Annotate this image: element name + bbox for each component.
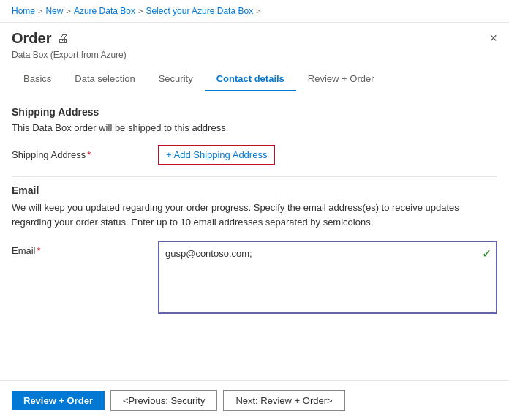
tab-security[interactable]: Security <box>147 67 205 91</box>
tab-review-order[interactable]: Review + Order <box>296 67 386 91</box>
close-icon[interactable]: × <box>489 31 497 46</box>
email-input-wrapper: gusp@contoso.com; ✓ <box>158 241 497 316</box>
page-header-left: Order 🖨 <box>12 30 69 47</box>
print-icon[interactable]: 🖨 <box>57 32 69 45</box>
tab-contact-details[interactable]: Contact details <box>205 67 296 91</box>
main-content: Shipping Address This Data Box order wil… <box>0 91 509 331</box>
email-input[interactable]: gusp@contoso.com; <box>158 241 497 314</box>
email-section-title: Email <box>12 184 497 196</box>
sep-4: > <box>256 7 260 15</box>
tab-data-selection[interactable]: Data selection <box>63 67 146 91</box>
page-title: Order <box>12 30 51 47</box>
page-header: Order 🖨 × <box>0 23 509 50</box>
breadcrumb-azure-data-box[interactable]: Azure Data Box <box>74 6 135 16</box>
add-shipping-address-button[interactable]: + Add Shipping Address <box>158 145 275 165</box>
previous-button[interactable]: <Previous: Security <box>110 390 217 411</box>
shipping-section-desc: This Data Box order will be shipped to t… <box>12 122 497 133</box>
shipping-label: Shipping Address* <box>12 145 158 160</box>
email-form-row: Email* gusp@contoso.com; ✓ <box>12 241 497 316</box>
email-section-desc: We will keep you updated regarding your … <box>12 200 497 229</box>
email-label: Email* <box>12 241 158 256</box>
breadcrumb-new[interactable]: New <box>45 6 63 16</box>
sep-1: > <box>38 7 42 15</box>
next-button[interactable]: Next: Review + Order> <box>223 390 344 411</box>
sep-2: > <box>66 7 70 15</box>
review-order-button[interactable]: Review + Order <box>12 391 105 410</box>
page-subtitle: Data Box (Export from Azure) <box>0 50 509 67</box>
breadcrumb-select-azure-data-box[interactable]: Select your Azure Data Box <box>146 6 253 16</box>
breadcrumb-home[interactable]: Home <box>12 6 35 16</box>
shipping-form-row: Shipping Address* + Add Shipping Address <box>12 145 497 165</box>
shipping-required: * <box>87 149 91 160</box>
tabs-nav: Basics Data selection Security Contact d… <box>0 67 509 91</box>
email-required: * <box>37 245 41 256</box>
sep-3: > <box>138 7 143 15</box>
breadcrumb: Home > New > Azure Data Box > Select you… <box>0 0 509 23</box>
footer: Review + Order <Previous: Security Next:… <box>0 380 509 420</box>
email-check-icon: ✓ <box>482 247 491 260</box>
section-divider <box>12 176 497 177</box>
shipping-section-title: Shipping Address <box>12 106 497 118</box>
shipping-section: Shipping Address This Data Box order wil… <box>12 106 497 165</box>
email-section: Email We will keep you updated regarding… <box>12 184 497 316</box>
tab-basics[interactable]: Basics <box>12 67 63 91</box>
